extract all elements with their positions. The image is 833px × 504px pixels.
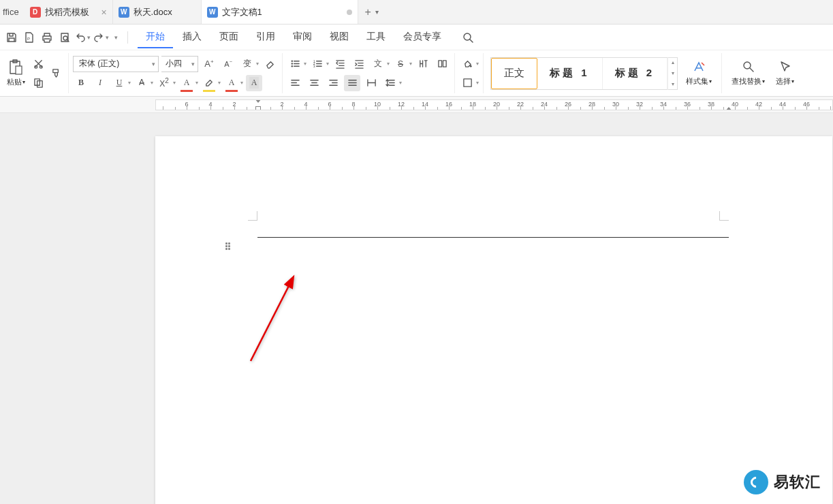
shading-button[interactable]: ▾ (459, 56, 479, 72)
chevron-down-icon[interactable]: ▾ (87, 34, 91, 41)
change-case-icon: 变 (243, 58, 251, 69)
svg-point-11 (291, 63, 292, 64)
styles-group: 正文 标题 1 标题 2 ▴ ▾ ▾ 样式集▾ (484, 53, 721, 93)
italic-button[interactable]: I (92, 75, 108, 91)
clear-format-button[interactable] (262, 56, 278, 72)
logo-icon (744, 470, 768, 494)
font-family-value: 宋体 (正文) (79, 58, 119, 69)
font-color-button[interactable]: A▾ (178, 75, 198, 91)
character-shading-button[interactable]: A (246, 75, 262, 91)
drag-handle-icon[interactable] (225, 242, 234, 251)
paste-icon (8, 59, 23, 76)
tab-templates[interactable]: D 找稻壳模板 × (25, 0, 113, 24)
change-case-button[interactable]: 变▾ (239, 56, 259, 72)
menu-home[interactable]: 开始 (138, 27, 173, 48)
style-normal[interactable]: 正文 (491, 58, 537, 89)
copy-button[interactable] (30, 75, 46, 91)
redo-button[interactable]: ▾ (92, 32, 110, 43)
sort-button[interactable]: S▾ (392, 56, 412, 72)
print-icon (42, 32, 52, 43)
svg-line-21 (251, 278, 293, 361)
tab-document-1[interactable]: W 秋天.docx (113, 0, 202, 24)
line-spacing-button[interactable]: ▾ (382, 75, 402, 91)
menu-references[interactable]: 引用 (248, 27, 283, 48)
style-heading2[interactable]: 标题 2 (603, 58, 668, 89)
horizontal-ruler[interactable]: 6422468101214161820222426283032343638404… (155, 99, 833, 110)
asian-layout-button[interactable] (415, 56, 431, 72)
search-button[interactable] (459, 29, 477, 46)
align-right-button[interactable] (325, 75, 341, 91)
distribute-button[interactable] (363, 75, 379, 91)
chevron-down-icon[interactable]: ▾ (106, 34, 109, 41)
select-button[interactable]: 选择▾ (770, 60, 800, 86)
menu-view[interactable]: 视图 (321, 27, 357, 48)
menu-insert[interactable]: 插入 (174, 27, 210, 48)
clipboard-group: 粘贴▾ (0, 53, 69, 93)
save-button[interactable] (3, 29, 20, 46)
search-icon (742, 60, 755, 74)
new-tab-button[interactable]: + ▾ (358, 0, 386, 24)
svg-point-6 (34, 65, 37, 68)
close-icon[interactable]: × (101, 7, 106, 18)
numbering-button[interactable]: 123▾ (309, 56, 329, 72)
chevron-down-icon: ▾ (191, 61, 195, 67)
format-painter-button[interactable] (48, 65, 64, 82)
text-effects-button[interactable]: A▾ (223, 75, 243, 91)
first-line-indent-marker[interactable] (255, 99, 262, 103)
bold-button[interactable]: B (73, 75, 89, 91)
styles-scroll-up[interactable]: ▴ (667, 57, 677, 68)
underline-button[interactable]: U▾ (111, 75, 131, 91)
menu-vip[interactable]: 会员专享 (395, 27, 450, 48)
menu-review[interactable]: 审阅 (285, 27, 320, 48)
shrink-font-button[interactable]: A− (220, 56, 236, 72)
increase-indent-button[interactable] (351, 56, 367, 72)
find-replace-label: 查找替换 (732, 76, 761, 86)
find-replace-button[interactable]: 查找替换▾ (726, 60, 770, 86)
show-marks-button[interactable] (434, 56, 450, 72)
right-indent-marker[interactable] (725, 107, 732, 110)
menu-page[interactable]: 页面 (211, 27, 247, 48)
style-heading1[interactable]: 标题 1 (537, 58, 603, 89)
superscript-button[interactable]: X2▾ (156, 75, 176, 91)
style-set-button[interactable]: 样式集▾ (680, 60, 717, 86)
word-icon: W (119, 7, 129, 18)
watermark-logo: 易软汇 (744, 470, 821, 494)
paste-button[interactable]: 粘贴▾ (4, 59, 27, 87)
export-pdf-button[interactable]: P (20, 29, 38, 46)
cut-button[interactable] (30, 56, 46, 72)
styles-expand[interactable]: ▾ (667, 79, 677, 90)
font-family-select[interactable]: 宋体 (正文) ▾ (73, 56, 159, 72)
grow-font-button[interactable]: A+ (201, 56, 217, 72)
tab-document-2[interactable]: W 文字文稿1 (202, 0, 358, 24)
text-direction-icon: 文 (374, 58, 382, 69)
horizontal-line[interactable] (257, 237, 729, 238)
font-color-icon: A (184, 78, 190, 88)
styles-scroll-down[interactable]: ▾ (667, 68, 677, 79)
decrease-indent-icon (335, 59, 345, 69)
customize-quickbar-icon[interactable]: ▾ (114, 34, 118, 41)
font-size-select[interactable]: 小四 ▾ (161, 56, 198, 72)
font-group: 宋体 (正文) ▾ 小四 ▾ A+ A− 变▾ B I U▾ (69, 53, 283, 93)
margin-corner-tl (238, 202, 257, 221)
align-left-button[interactable] (287, 75, 303, 91)
menu-tools[interactable]: 工具 (358, 27, 394, 48)
align-justify-button[interactable] (344, 75, 360, 91)
hanging-indent-marker[interactable] (255, 106, 261, 110)
bullets-button[interactable]: ▾ (287, 56, 307, 72)
border-button[interactable]: ▾ (459, 75, 479, 91)
border-icon (462, 78, 473, 88)
align-center-button[interactable] (306, 75, 322, 91)
text-direction-button[interactable]: 文▾ (370, 56, 390, 72)
print-button[interactable] (38, 29, 56, 46)
print-preview-button[interactable] (56, 29, 74, 46)
svg-rect-19 (463, 79, 471, 86)
highlight-button[interactable]: ▾ (201, 75, 221, 91)
undo-button[interactable]: ▾ (74, 32, 92, 43)
select-label: 选择 (776, 76, 791, 86)
separator (127, 31, 128, 44)
page[interactable] (155, 136, 832, 504)
shrink-font-icon: A− (224, 59, 232, 68)
strikethrough-button[interactable]: A̶▾ (133, 75, 153, 91)
decrease-indent-button[interactable] (332, 56, 348, 72)
strikethrough-icon: A̶ (139, 78, 144, 88)
